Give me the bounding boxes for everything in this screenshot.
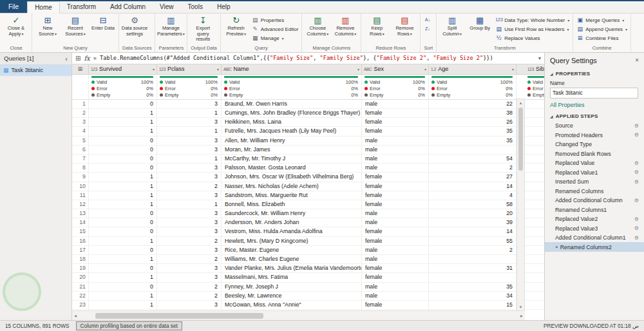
applied-step-replaced-value2[interactable]: Replaced Value2⚙ [545,214,644,224]
vertical-scroll-track[interactable] [517,106,524,303]
cell-survived[interactable]: 1 [89,200,157,209]
column-header-survived[interactable]: 123Survived▾ [89,64,157,74]
cell-sex[interactable]: male [362,146,429,154]
cell-name[interactable]: Braund, Mr. Owen Harris [222,100,362,108]
cell-sex[interactable]: male [362,292,429,300]
tab-tools[interactable]: Tools [181,1,210,13]
filter-dropdown-icon[interactable]: ▾ [512,67,514,71]
cell-survived[interactable]: 1 [89,127,157,135]
cell-age[interactable]: 15 [429,301,516,309]
cell-name[interactable]: McCarthy, Mr. Timothy J [222,155,362,163]
cell-survived[interactable]: 0 [89,264,157,272]
filter-dropdown-icon[interactable]: ▾ [424,67,426,71]
cell-age[interactable] [429,255,516,263]
cell-name[interactable]: Moran, Mr. James [222,146,362,154]
cell-sex[interactable]: male [362,218,429,227]
cell-sex[interactable]: female [362,109,429,117]
cell-pclass[interactable]: 1 [157,155,222,163]
close-apply-button[interactable]: ✓Close & Apply▾ [3,14,30,44]
cell-age[interactable]: 2 [429,246,516,254]
cell-sex[interactable]: female [362,191,429,200]
close-query-settings-icon[interactable]: × [635,57,639,64]
cell-survived[interactable]: 0 [89,146,157,154]
data-type-whole-number-button[interactable]: 123Data Type: Whole Number▾ [494,16,571,24]
tab-home[interactable]: Home [27,1,60,14]
applied-step-renamed-columns2[interactable]: ×Renamed Columns2 [545,242,644,252]
scroll-up-icon[interactable]: ▴ [520,99,522,106]
cell-sex[interactable]: male [362,255,429,263]
cell-sex[interactable]: female [362,264,429,272]
cell-survived[interactable]: 0 [89,209,157,218]
cell-name[interactable]: Heikkinen, Miss. Laina [222,118,362,126]
scroll-left-icon[interactable]: ◂ [74,313,77,319]
cell-pclass[interactable]: 3 [157,173,222,181]
cell-survived[interactable]: 0 [89,218,157,227]
applied-step-renamed-columns1[interactable]: Renamed Columns1 [545,205,644,214]
remove-columns-button[interactable]: ▥Remove Columns▾ [332,14,359,44]
new-source-button[interactable]: ⊞New Source▾ [34,14,61,44]
group-by-button[interactable]: ▦Group By [466,14,493,44]
cell-name[interactable]: Johnson, Mrs. Oscar W (Elisabeth Vilhelm… [222,173,362,181]
column-header-sex[interactable]: ABCSex▾ [362,64,429,74]
cell-name[interactable]: Cumings, Mrs. John Bradley (Florence Bri… [222,109,362,117]
cell-name[interactable]: Andersson, Mr. Anders Johan [222,218,362,227]
manage-button[interactable]: ▦Manage▾ [251,34,300,43]
applied-step-renamed-columns[interactable]: Renamed Columns [545,186,644,196]
advanced-editor-button[interactable]: ✎Advanced Editor [251,25,300,33]
cell-survived[interactable]: 0 [89,164,157,172]
column-header-age[interactable]: 1.2Age▾ [429,64,516,74]
applied-step-inserted-sum[interactable]: Inserted Sum⚙ [545,177,644,187]
cell-survived[interactable]: 1 [89,292,157,300]
cell-survived[interactable]: 0 [89,283,157,291]
filter-dropdown-icon[interactable]: ▾ [357,67,359,71]
cell-name[interactable]: Saundercock, Mr. William Henry [222,209,362,218]
horizontal-scroll-thumb[interactable] [95,313,263,319]
cell-age[interactable]: 14 [429,182,516,191]
column-header-sibsp[interactable]: 123SibSp▾ [516,64,544,74]
cell-name[interactable]: Allen, Mr. William Henry [222,137,362,145]
cell-pclass[interactable]: 1 [157,127,222,135]
properties-button[interactable]: ▤Properties [251,16,300,24]
all-properties-link[interactable]: All Properties [545,99,644,110]
cell-sex[interactable]: male [362,283,429,291]
cell-age[interactable]: 2 [429,164,516,172]
cell-age[interactable]: 34 [429,292,516,300]
cell-name[interactable]: Masselmani, Mrs. Fatima [222,273,362,281]
cell-age[interactable]: 38 [429,109,516,117]
cell-pclass[interactable]: 3 [157,264,222,272]
applied-step-added-conditional-column1[interactable]: Added Conditional Column1⚙ [545,233,644,243]
applied-step-source[interactable]: Source⚙ [545,121,644,131]
cell-name[interactable]: Rice, Master. Eugene [222,246,362,254]
filter-dropdown-icon[interactable]: ▾ [217,67,219,71]
cell-sex[interactable]: female [362,301,429,309]
cell-name[interactable]: Bonnell, Miss. Elizabeth [222,200,362,209]
column-header-pclass[interactable]: 123Pclass▾ [157,64,222,74]
tab-file[interactable]: File [0,1,27,13]
cell-survived[interactable]: 1 [89,273,157,281]
collapse-queries-pane-icon[interactable]: ‹ [65,55,68,62]
cell-pclass[interactable]: 3 [157,209,222,218]
cell-survived[interactable]: 1 [89,118,157,126]
split-column-button[interactable]: ▥Split Column▾ [439,14,466,44]
sort-descending-button[interactable]: Z↓ [422,25,432,33]
enter-data-button[interactable]: ⊟Enter Data [90,14,117,44]
tab-transform[interactable]: Transform [60,1,103,13]
cell-name[interactable]: Beesley, Mr. Lawrence [222,292,362,300]
applied-steps-section-header[interactable]: ◢ APPLIED STEPS [545,110,644,121]
cell-age[interactable] [429,273,516,281]
applied-step-replaced-value1[interactable]: Replaced Value1⚙ [545,167,644,177]
cell-sex[interactable]: female [362,182,429,191]
manage-parameters-button[interactable]: ▥Manage Parameters▾ [157,14,184,44]
cell-survived[interactable]: 0 [89,155,157,163]
grid-corner-table-icon[interactable]: ⊞ [72,64,89,74]
cell-name[interactable]: Williams, Mr. Charles Eugene [222,255,362,263]
step-settings-gear-icon[interactable]: ⚙ [634,132,639,138]
column-profiling-status[interactable]: Column profiling based on entire data se… [76,321,182,330]
cell-name[interactable]: Sandstrom, Miss. Marguerite Rut [222,191,362,200]
tab-add-column[interactable]: Add Column [103,1,153,13]
keep-rows-button[interactable]: ▤Keep Rows▾ [363,14,390,44]
cell-age[interactable]: 35 [429,137,516,145]
cell-age[interactable] [429,146,516,154]
export-query-results-button[interactable]: ↧Export query results [189,14,216,44]
combine-files-button[interactable]: ⊞Combine Files [575,34,629,43]
